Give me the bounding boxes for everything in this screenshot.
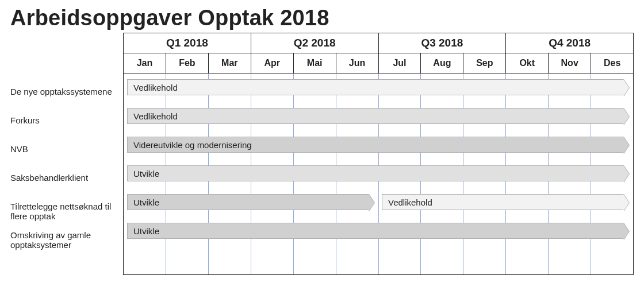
quarter-cell: Q3 2018 — [379, 33, 507, 53]
gantt-bar-label: Vedlikehold — [388, 197, 432, 207]
gantt-row: Videreutvikle og modernisering — [124, 131, 633, 160]
month-cell: Jan — [124, 53, 166, 73]
row-label: Forkurs — [10, 112, 123, 141]
gantt-row: UtvikleVedlikehold — [124, 188, 633, 217]
gantt-bar-label: Videreutvikle og modernisering — [133, 140, 252, 150]
row-label: Omskriving av gamle opptaksystemer — [10, 227, 123, 255]
gantt-row: Vedlikehold — [124, 73, 633, 102]
gantt-row: Vedlikehold — [124, 102, 633, 131]
gantt-bar: Utvikle — [127, 194, 369, 210]
month-cell: Mar — [209, 53, 251, 73]
gantt-bar-label: Utvikle — [133, 169, 159, 179]
gantt-row: Utvikle — [124, 160, 633, 188]
gantt-bar: Vedlikehold — [382, 194, 624, 210]
gantt-row: Utvikle — [124, 217, 633, 246]
gantt-bar: Vedlikehold — [127, 79, 624, 95]
month-cell: Aug — [421, 53, 463, 73]
gantt-bar-label: Vedlikehold — [133, 111, 178, 121]
row-label: Tilrettelegge nettsøknad til flere oppta… — [10, 198, 123, 227]
month-cell: Feb — [166, 53, 209, 73]
month-cell: Des — [591, 53, 633, 73]
page-title: Arbeidsoppgaver Opptak 2018 — [10, 6, 634, 30]
gantt-bar-label: Utvikle — [133, 197, 159, 207]
gantt-bar: Utvikle — [127, 223, 624, 239]
arrow-right-icon — [369, 194, 374, 211]
row-labels: De nye opptakssystemene Forkurs NVB Saks… — [10, 33, 123, 275]
gantt-bars: VedlikeholdVedlikeholdVidereutvikle og m… — [124, 73, 633, 274]
row-label: NVB — [10, 141, 123, 169]
gantt-bar: Videreutvikle og modernisering — [127, 137, 624, 153]
month-cell: Jun — [336, 53, 379, 73]
gantt-bar-label: Utvikle — [133, 226, 159, 236]
quarter-header: Q1 2018 Q2 2018 Q3 2018 Q4 2018 — [124, 33, 633, 53]
row-label: De nye opptakssystemene — [10, 83, 123, 112]
month-header: Jan Feb Mar Apr Mai Jun Jul Aug Sep Okt … — [124, 53, 633, 73]
quarter-cell: Q2 2018 — [251, 33, 379, 53]
gantt-bar: Vedlikehold — [127, 108, 624, 124]
quarter-cell: Q4 2018 — [506, 33, 633, 53]
month-cell: Sep — [463, 53, 506, 73]
arrow-right-icon — [623, 194, 629, 211]
arrow-right-icon — [623, 79, 629, 96]
gantt-chart: De nye opptakssystemene Forkurs NVB Saks… — [10, 33, 634, 275]
arrow-right-icon — [623, 137, 629, 154]
month-cell: Okt — [506, 53, 549, 73]
arrow-right-icon — [623, 108, 629, 125]
month-cell: Mai — [294, 53, 336, 73]
arrow-right-icon — [623, 223, 629, 240]
gantt-body: VedlikeholdVedlikeholdVidereutvikle og m… — [124, 73, 633, 274]
gantt-bar-label: Vedlikehold — [133, 83, 178, 92]
month-cell: Apr — [251, 53, 294, 73]
month-cell: Jul — [379, 53, 421, 73]
gantt-bar: Utvikle — [127, 165, 624, 181]
arrow-right-icon — [623, 165, 629, 183]
month-cell: Nov — [549, 53, 591, 73]
quarter-cell: Q1 2018 — [124, 33, 251, 53]
gantt-grid: Q1 2018 Q2 2018 Q3 2018 Q4 2018 Jan Feb … — [123, 33, 634, 275]
row-label: Saksbehandlerklient — [10, 169, 123, 198]
